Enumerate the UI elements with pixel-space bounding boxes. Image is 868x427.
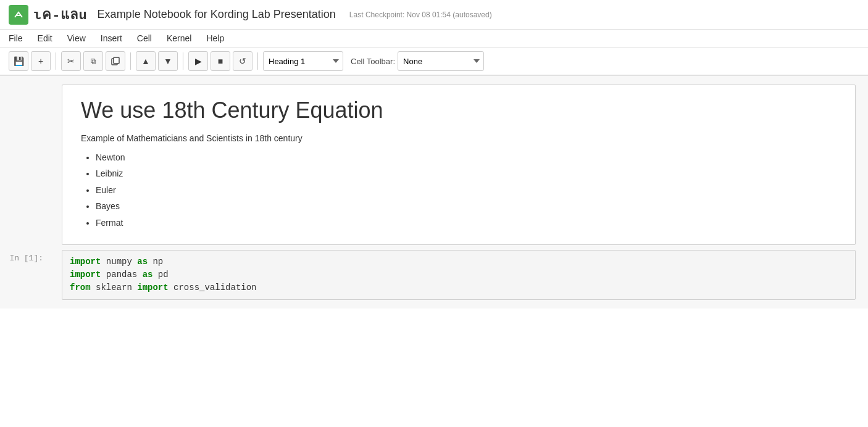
list-item-newton: Newton — [96, 151, 837, 164]
markdown-cell-container: We use 18th Century Equation Example of … — [0, 82, 868, 247]
menubar: File Edit View Insert Cell Kernel Help — [0, 30, 868, 48]
menu-help[interactable]: Help — [206, 32, 224, 44]
checkpoint-text: Last Checkpoint: Nov 08 01:54 (autosaved… — [349, 10, 492, 19]
markdown-cell[interactable]: We use 18th Century Equation Example of … — [62, 85, 856, 245]
code-cell-label: In [1]: — [0, 247, 49, 302]
code-cell[interactable]: import numpy as np import pandas as pd f… — [62, 250, 856, 300]
toolbar-separator-4 — [257, 52, 258, 70]
menu-view[interactable]: View — [67, 32, 86, 44]
markdown-cell-label — [0, 82, 49, 247]
code-cell-input: import numpy as np import pandas as pd f… — [62, 247, 856, 302]
keyword-as-2: as — [143, 270, 153, 280]
menu-edit[interactable]: Edit — [38, 32, 52, 44]
logo-area: ιค-แลu — [9, 4, 88, 25]
list-item-leibniz: Leibniz — [96, 167, 837, 180]
move-up-button[interactable]: ▲ — [136, 51, 156, 71]
header: ιค-แลu Example Notebook for Kording Lab … — [0, 0, 868, 30]
restart-button[interactable]: ↺ — [233, 51, 252, 71]
cell-toolbar-select[interactable]: None Edit Metadata Raw Cell Format Slide… — [398, 51, 484, 71]
keyword-import-2: import — [70, 270, 101, 280]
list-item-euler: Euler — [96, 183, 837, 197]
menu-file[interactable]: File — [9, 32, 23, 44]
save-button[interactable]: 💾 — [9, 51, 28, 71]
move-down-button[interactable]: ▼ — [158, 51, 178, 71]
notebook-content: We use 18th Century Equation Example of … — [0, 76, 868, 309]
code-line-3: from sklearn import cross_validation — [70, 281, 848, 294]
add-cell-button[interactable]: + — [31, 51, 51, 71]
toolbar: 💾 + ✂ ⧉ ▲ ▼ ▶ ■ ↺ Code Markdown Raw NBCo… — [0, 48, 868, 76]
toolbar-separator-3 — [183, 52, 183, 70]
cell-toolbar-label: Cell Toolbar: — [351, 57, 395, 66]
menu-insert[interactable]: Insert — [101, 32, 122, 44]
stop-button[interactable]: ■ — [211, 51, 230, 71]
code-cell-container: In [1]: import numpy as np import pandas… — [0, 247, 868, 302]
keyword-import-1: import — [70, 257, 101, 267]
svg-rect-1 — [17, 15, 20, 16]
code-sklearn: sklearn — [96, 283, 137, 292]
keyword-from: from — [70, 283, 91, 292]
paste-button[interactable] — [106, 51, 125, 71]
code-line-2: import pandas as pd — [70, 268, 848, 281]
run-button[interactable]: ▶ — [188, 51, 208, 71]
cell-heading: We use 18th Century Equation — [81, 97, 837, 123]
svg-rect-3 — [114, 57, 119, 64]
markdown-cell-input: We use 18th Century Equation Example of … — [62, 82, 856, 247]
keyword-as-1: as — [137, 257, 148, 267]
logo-text: ιค-แลu — [33, 4, 88, 25]
notebook-title[interactable]: Example Notebook for Kording Lab Present… — [98, 8, 336, 21]
menu-kernel[interactable]: Kernel — [167, 32, 191, 44]
cell-list: Newton Leibniz Euler Bayes Fermat — [96, 151, 837, 230]
toolbar-separator-2 — [130, 52, 131, 70]
cell-type-select[interactable]: Code Markdown Raw NBConvert Heading 1 He… — [263, 51, 343, 71]
code-numpy: numpy — [106, 257, 137, 267]
cut-button[interactable]: ✂ — [61, 51, 81, 71]
copy-button[interactable]: ⧉ — [83, 51, 103, 71]
code-line-1: import numpy as np — [70, 255, 848, 268]
toolbar-separator-1 — [56, 52, 56, 70]
menu-cell[interactable]: Cell — [137, 32, 152, 44]
code-pandas: pandas — [106, 270, 143, 280]
keyword-import-3: import — [137, 283, 168, 292]
jupyter-logo-icon — [9, 5, 28, 25]
code-cross-validation: cross_validation — [173, 283, 256, 292]
code-np: np — [152, 257, 163, 267]
cell-paragraph: Example of Mathematicians and Scientists… — [81, 133, 837, 143]
code-pd: pd — [158, 270, 169, 280]
list-item-bayes: Bayes — [96, 199, 837, 213]
list-item-fermat: Fermat — [96, 216, 837, 230]
